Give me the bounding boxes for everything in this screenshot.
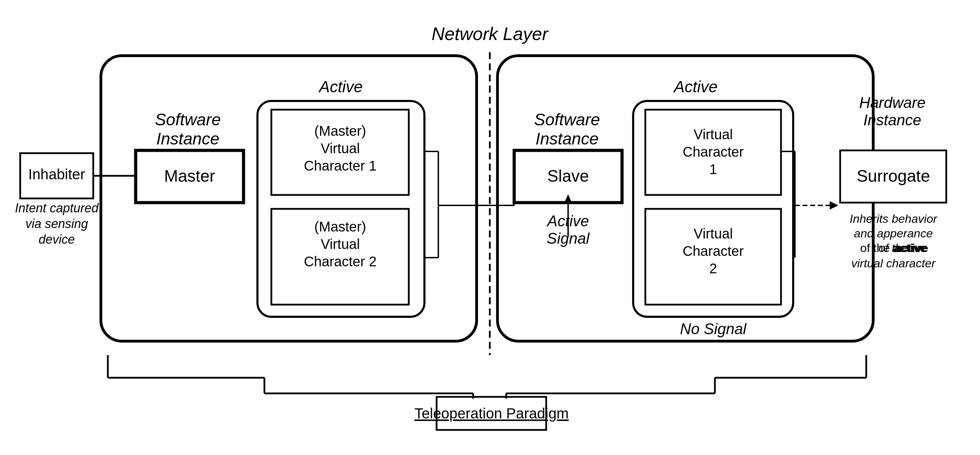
slave-label: Slave bbox=[547, 167, 589, 185]
diagram-container: Network Layer Inhabiter Intent captured … bbox=[0, 0, 980, 455]
network-layer-label: Network Layer bbox=[431, 24, 549, 44]
svg-text:Instance: Instance bbox=[535, 129, 598, 148]
svg-text:1: 1 bbox=[710, 161, 717, 177]
inhabiter-label: Inhabiter bbox=[28, 166, 85, 182]
svg-text:device: device bbox=[39, 232, 75, 246]
svg-text:via sensing: via sensing bbox=[25, 217, 88, 231]
intent-caption: Intent captured bbox=[15, 201, 99, 215]
software-instance-left-label: Software bbox=[155, 110, 221, 129]
vc1-label: Virtual bbox=[694, 127, 733, 142]
active-left-label: Active bbox=[318, 78, 363, 96]
svg-text:Instance: Instance bbox=[864, 112, 921, 128]
inherits-caption: Inherits behavior bbox=[850, 212, 937, 225]
software-instance-right-label: Software bbox=[534, 110, 600, 129]
teleoperation-label: Teleoperation Paradigm bbox=[414, 405, 569, 421]
svg-text:Character 2: Character 2 bbox=[304, 254, 377, 269]
svg-text:virtual character: virtual character bbox=[851, 257, 936, 270]
vc2-label: Virtual bbox=[694, 226, 733, 241]
hardware-instance-label: Hardware bbox=[859, 94, 926, 111]
svg-text:and apperance: and apperance bbox=[854, 227, 933, 240]
master-label: Master bbox=[164, 167, 215, 185]
surrogate-label: Surrogate bbox=[857, 167, 930, 185]
svg-text:Virtual: Virtual bbox=[321, 140, 360, 156]
master-vc2-label: (Master) bbox=[315, 219, 366, 234]
svg-text:2: 2 bbox=[710, 261, 717, 276]
svg-text:Instance: Instance bbox=[156, 129, 219, 148]
svg-text:Character: Character bbox=[682, 243, 744, 259]
svg-text:of the active: of the active bbox=[860, 241, 927, 254]
svg-text:Virtual: Virtual bbox=[321, 236, 360, 252]
active-right-label: Active bbox=[673, 78, 718, 96]
master-vc1-label: (Master) bbox=[315, 123, 366, 139]
no-signal-label: No Signal bbox=[680, 320, 747, 337]
svg-text:Character: Character bbox=[682, 144, 744, 160]
svg-text:Character 1: Character 1 bbox=[304, 158, 377, 173]
